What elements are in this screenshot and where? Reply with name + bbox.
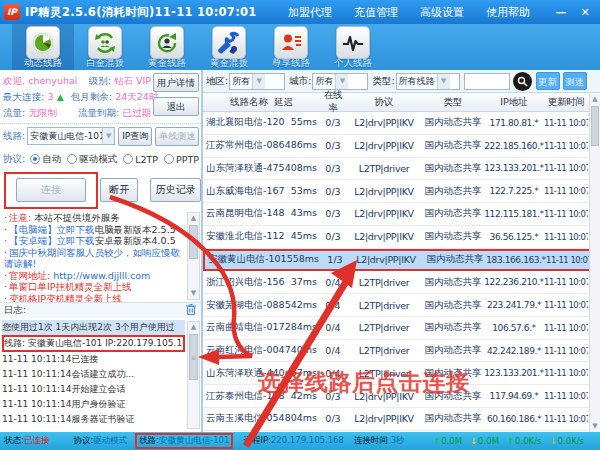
- toolbar-button-6[interactable]: 个人线路: [322, 24, 384, 70]
- trash-icon[interactable]: [185, 303, 197, 318]
- protocol-radio-3[interactable]: L2TP: [123, 154, 158, 165]
- status-time-label: 连接时间: [354, 435, 388, 445]
- close-button[interactable]: ✕: [576, 6, 594, 19]
- toolbar-button-2[interactable]: 白金混拨: [74, 24, 136, 70]
- minimize-button[interactable]: —: [552, 6, 570, 19]
- line-name: 湖北襄阳电信-120: [206, 116, 285, 129]
- toolbar-button-5[interactable]: 尊享线路: [260, 24, 322, 70]
- table-row[interactable]: 山东威海电信-16753ms0/3L2|drv|PP|IKV国内动态共享122.…: [203, 180, 600, 203]
- user-detail-button[interactable]: 用户详情: [153, 73, 199, 92]
- table-scrollbar[interactable]: ▲ ▼: [589, 94, 600, 432]
- cell-update-time: 11-11 10:07: [544, 163, 588, 173]
- toolbar-button-4[interactable]: 黄金混拨: [198, 24, 260, 70]
- toolbar-button-1[interactable]: 动态线路: [12, 24, 74, 70]
- cell-protocol: L2TP|driver: [346, 277, 422, 288]
- scroll-down-icon[interactable]: ▼: [590, 421, 600, 432]
- line-combobox[interactable]: 安徽黄山电信-101 ▼: [27, 127, 115, 145]
- table-row[interactable]: 云南红河电信-004740ms0/4L2TP|driver国内动态共享42.24…: [203, 340, 600, 363]
- table-header: 线路名称 延迟 在线率 协议 类型 IP地址 更新时间: [203, 93, 600, 112]
- cell-update-time: 11-11 10:07: [544, 346, 588, 356]
- title-bar: IP IP精灵2.5.6(消耗时间)11-11 10:07:01 加盟代理 充值…: [0, 0, 600, 24]
- log-entry: 11-11 10:11:14服务器证书验证: [2, 412, 185, 427]
- cell-online-rate: 0/4: [320, 368, 346, 379]
- scroll-thumb[interactable]: [189, 225, 198, 259]
- toolbar-button-label: 白金混拨: [74, 57, 136, 70]
- upload-arrow-icon: ↑: [433, 436, 440, 446]
- line-name: 云南昆明电信-148: [206, 207, 285, 220]
- radio-icon[interactable]: [123, 154, 133, 164]
- single-line-speed-button[interactable]: 单线测速: [155, 127, 199, 146]
- notice-link[interactable]: http://www.djjlll.com: [50, 270, 150, 281]
- protocol-radio-label: PPTP: [176, 154, 199, 165]
- line-delay: 542ms: [285, 299, 320, 312]
- cell-protocol: L2TP|driver: [346, 163, 422, 174]
- logout-button[interactable]: 退出: [153, 97, 199, 116]
- update-button[interactable]: 更新: [536, 72, 560, 90]
- protocol-radio-2[interactable]: 驱动模式: [67, 153, 117, 166]
- log-entry: 您使用过1次 1天内出现2次 3个用户使用过: [2, 320, 185, 335]
- notice-scrollbar[interactable]: ▲ ▼: [187, 212, 200, 300]
- menu-join-agent[interactable]: 加盟代理: [288, 5, 332, 20]
- cell-protocol: L2|drv|PP|IKV: [346, 140, 422, 151]
- protocol-radio-4[interactable]: PPTP: [164, 154, 199, 165]
- radio-icon[interactable]: [164, 154, 174, 164]
- table-row[interactable]: 安徽淮北电信-11245ms0/3L2|drv|PP|IKV国内动态共享36.5…: [203, 226, 600, 249]
- table-row[interactable]: 湖北襄阳电信-12055ms0/3L2|drv|PP|IKV国内动态共享171.…: [203, 112, 600, 135]
- table-row[interactable]: 浙江绍兴电信-15637ms0/4L2TP|driver国内动态共享122.23…: [203, 271, 600, 294]
- area-combobox[interactable]: 所有 ▼: [229, 73, 285, 90]
- toolbar-button-label: 个人线路: [322, 57, 384, 70]
- history-button[interactable]: 历史记录: [150, 178, 201, 202]
- search-input[interactable]: [464, 73, 510, 90]
- disconnect-button[interactable]: 断开: [100, 178, 138, 202]
- menu-advanced-settings[interactable]: 高级设置: [420, 5, 464, 20]
- notice-link[interactable]: 【安卓端】立即下载: [9, 235, 95, 246]
- search-icon[interactable]: [513, 72, 532, 91]
- table-row-selected[interactable]: 安徽黄山电信-101558ms1/3L2|drv|PP|IKV国内动态共享183…: [203, 249, 600, 272]
- table-row[interactable]: 山东菏泽联通-475408ms0/3L2TP|driver国内动态共享123.1…: [203, 158, 600, 181]
- line-name: 山东威海电信-167: [206, 185, 285, 198]
- table-row[interactable]: 安徽芜湖电信-088542ms0/4L2TP|driver国内动态共享223.2…: [203, 294, 600, 317]
- table-row[interactable]: 云南昆明电信-14843ms0/3L2|drv|PP|IKV国内动态共享112.…: [203, 203, 600, 226]
- radio-icon[interactable]: [67, 154, 77, 164]
- chevron-down-icon[interactable]: ▼: [335, 74, 348, 89]
- cell-line-name: 江苏常州电信-086486ms: [203, 139, 320, 152]
- chevron-down-icon[interactable]: ▼: [437, 74, 450, 89]
- type-combobox[interactable]: 所有线路 ▼: [396, 73, 460, 90]
- speed-test-button[interactable]: 测速: [563, 72, 587, 90]
- scroll-thumb[interactable]: ≡: [189, 334, 198, 380]
- menu-recharge[interactable]: 充值管理: [354, 5, 398, 20]
- line-name: 安徽黄山电信-101: [208, 253, 287, 266]
- status-proto-label: 协议:: [73, 435, 93, 445]
- scroll-up-icon[interactable]: ▲: [590, 94, 600, 105]
- log-scrollbar[interactable]: ▲ ≡: [187, 321, 200, 429]
- radio-checked-icon[interactable]: [30, 154, 40, 164]
- notice-item: ·【安卓端】立即下载安卓最新版本4.0.5: [4, 235, 185, 247]
- area-label: 地区:: [206, 75, 228, 88]
- table-row[interactable]: 山东菏泽联通-44057ms0/4L2TP|driver国内动态共享123.13…: [203, 362, 600, 385]
- menu-help[interactable]: 使用帮助: [486, 5, 530, 20]
- cell-type: 国内动态共享: [422, 162, 484, 175]
- table-row[interactable]: 云南曲靖电信-017284ms0/4L2TP|driver国内动态共享106.5…: [203, 317, 600, 340]
- table-row[interactable]: 江苏泰州电信-10842ms0/3L2|drv|PP|IKV国内动态共享117.…: [203, 385, 600, 408]
- notice-item: ·国庆中秋期间客服人员较少，如响应慢敬请谅解!: [4, 247, 185, 270]
- table-row[interactable]: 江苏常州电信-086486ms0/3L2|drv|PP|IKV国内动态共享222…: [203, 135, 600, 158]
- scroll-down-icon[interactable]: ▼: [188, 288, 199, 299]
- scroll-up-icon[interactable]: ▲: [188, 322, 199, 333]
- toolbar-button-3[interactable]: 黄金线路: [136, 24, 198, 70]
- cell-online-rate: 0/3: [320, 186, 346, 197]
- chevron-down-icon[interactable]: ▼: [252, 74, 265, 89]
- scroll-up-icon[interactable]: ▲: [188, 213, 199, 224]
- city-combobox[interactable]: 所有 ▼: [312, 73, 368, 90]
- protocol-radio-1[interactable]: 自动: [30, 153, 61, 166]
- cell-protocol: L2TP|driver: [346, 368, 422, 379]
- cell-type: 国内动态共享: [422, 207, 484, 220]
- chevron-down-icon[interactable]: ▼: [102, 128, 114, 144]
- line-name: 云南玉溪电信-054: [206, 412, 285, 425]
- cell-protocol: L2|drv|PP|IKV: [346, 186, 422, 197]
- status-line-label: 线路:: [139, 435, 159, 445]
- scroll-thumb[interactable]: [591, 106, 599, 146]
- ip-query-button[interactable]: IP查询: [118, 127, 152, 146]
- cell-type: 国内动态共享: [422, 116, 484, 129]
- notice-link[interactable]: 【电脑端】立即下载: [9, 224, 95, 235]
- table-row[interactable]: 云南玉溪电信-054804ms0/3L2|drv|PP|IKV国内动态共享60.…: [203, 408, 600, 431]
